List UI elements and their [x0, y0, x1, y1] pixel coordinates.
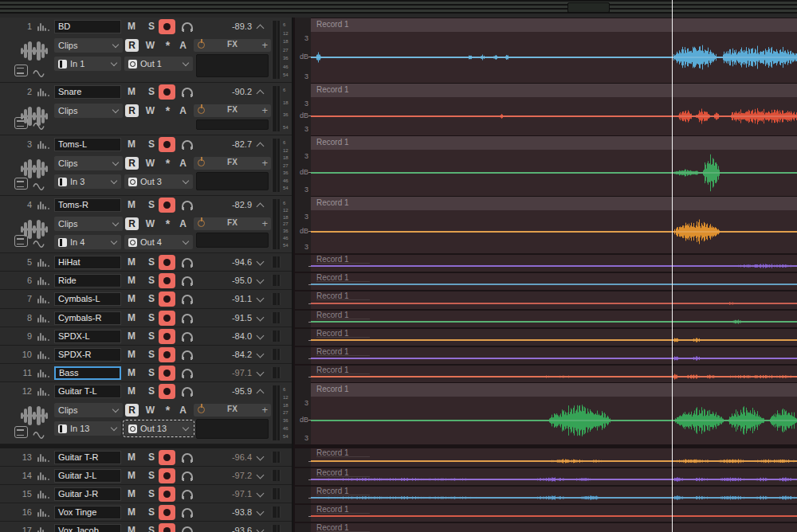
mute-button[interactable]: M — [124, 138, 139, 151]
input-echo-headphone-icon[interactable] — [182, 22, 193, 31]
automation-button[interactable]: A — [176, 157, 190, 170]
mute-button[interactable]: M — [124, 524, 139, 532]
record-arm-button[interactable] — [159, 198, 175, 213]
input-echo-headphone-icon[interactable] — [182, 201, 193, 209]
record-arm-button[interactable] — [159, 450, 175, 465]
track-menu-icon[interactable] — [14, 426, 28, 438]
audio-clip[interactable]: Record 1 — [311, 487, 797, 503]
snapshot-button[interactable]: * — [161, 404, 175, 417]
snapshot-button[interactable]: * — [161, 157, 175, 170]
expand-chevron[interactable] — [257, 453, 265, 461]
solo-button[interactable]: S — [144, 451, 159, 464]
track-menu-icon[interactable] — [14, 65, 28, 76]
solo-button[interactable]: S — [144, 506, 159, 519]
solo-button[interactable]: S — [144, 524, 159, 532]
solo-button[interactable]: S — [144, 469, 159, 483]
audio-clip[interactable]: Record 1 — [311, 18, 797, 83]
record-arm-button[interactable] — [159, 329, 175, 344]
track-name-input[interactable]: SPDX-R — [54, 348, 121, 362]
mute-button[interactable]: M — [124, 20, 139, 33]
track-name-input[interactable]: BD — [54, 20, 121, 33]
audio-clip[interactable]: Record 1 — [311, 366, 797, 382]
collapse-chevron[interactable] — [257, 203, 265, 211]
audio-clip[interactable]: Record 1 — [311, 83, 797, 135]
record-arm-button[interactable] — [159, 291, 175, 307]
input-echo-headphone-icon[interactable] — [182, 88, 193, 96]
input-echo-headphone-icon[interactable] — [182, 508, 193, 517]
track-name-input[interactable]: Ride — [54, 274, 121, 288]
record-arm-button[interactable] — [159, 468, 175, 483]
input-echo-headphone-icon[interactable] — [182, 314, 193, 323]
fx-bin[interactable] — [196, 419, 269, 439]
expand-chevron[interactable] — [257, 471, 265, 479]
automation-button[interactable]: A — [176, 104, 190, 117]
audio-clip[interactable]: Record 1 — [311, 311, 797, 327]
record-arm-button[interactable] — [159, 487, 175, 502]
input-echo-headphone-icon[interactable] — [182, 350, 193, 359]
read-automation-button[interactable]: R — [125, 104, 139, 117]
mute-button[interactable]: M — [124, 366, 139, 380]
automation-button[interactable]: A — [176, 39, 190, 52]
add-fx-button[interactable]: + — [261, 157, 268, 170]
automation-mode-dropdown[interactable]: Clips — [54, 156, 123, 170]
add-fx-button[interactable]: + — [261, 39, 268, 52]
audio-clip[interactable]: Record 1 — [311, 135, 797, 196]
expand-chevron[interactable] — [257, 508, 265, 516]
automation-sine-icon[interactable] — [33, 428, 45, 437]
collapse-chevron[interactable] — [257, 389, 265, 397]
input-echo-headphone-icon[interactable] — [182, 332, 193, 341]
track-menu-icon[interactable] — [14, 117, 28, 129]
record-arm-button[interactable] — [159, 347, 175, 362]
solo-button[interactable]: S — [144, 366, 159, 380]
automation-mode-dropdown[interactable]: Clips — [54, 104, 123, 118]
automation-button[interactable]: A — [176, 404, 190, 417]
input-dropdown[interactable]: In 4 — [54, 235, 121, 249]
input-echo-headphone-icon[interactable] — [182, 258, 193, 267]
output-dropdown[interactable]: Out 4 — [124, 235, 193, 249]
solo-button[interactable]: S — [144, 348, 159, 362]
input-echo-headphone-icon[interactable] — [182, 140, 193, 149]
expand-chevron[interactable] — [257, 350, 265, 358]
track-menu-icon[interactable] — [14, 178, 28, 190]
mute-button[interactable]: M — [124, 292, 139, 306]
mute-button[interactable]: M — [124, 330, 139, 343]
output-dropdown[interactable]: Out 1 — [124, 57, 193, 71]
input-dropdown[interactable]: In 3 — [54, 174, 121, 189]
expand-chevron[interactable] — [257, 314, 265, 322]
mute-button[interactable]: M — [124, 506, 139, 519]
mute-button[interactable]: M — [124, 198, 139, 212]
solo-button[interactable]: S — [144, 385, 159, 398]
collapse-chevron[interactable] — [257, 25, 265, 33]
solo-button[interactable]: S — [144, 292, 159, 306]
write-automation-button[interactable]: W — [143, 157, 157, 170]
fx-bin[interactable] — [196, 54, 269, 77]
track-name-input[interactable]: Cymbals-L — [54, 292, 121, 306]
add-fx-button[interactable]: + — [261, 104, 268, 117]
expand-chevron[interactable] — [257, 490, 265, 498]
fx-bin[interactable] — [196, 172, 269, 190]
input-dropdown[interactable]: In 13 — [54, 421, 121, 436]
track-name-input[interactable]: Guitar J-R — [54, 487, 121, 501]
audio-clip[interactable]: Record 1 — [311, 255, 797, 272]
input-echo-headphone-icon[interactable] — [182, 453, 193, 462]
mute-button[interactable]: M — [124, 85, 139, 99]
track-name-input[interactable]: SPDX-L — [54, 330, 121, 343]
record-arm-button[interactable] — [159, 255, 175, 270]
automation-sine-icon[interactable] — [33, 180, 45, 189]
expand-chevron[interactable] — [257, 295, 265, 303]
record-arm-button[interactable] — [159, 137, 175, 152]
audio-clip[interactable]: Record 1 — [311, 329, 797, 346]
automation-sine-icon[interactable] — [33, 237, 45, 246]
collapse-chevron[interactable] — [257, 90, 265, 98]
audio-clip[interactable]: Record 1 — [311, 196, 797, 253]
mute-button[interactable]: M — [124, 469, 139, 483]
expand-chevron[interactable] — [257, 369, 265, 377]
input-echo-headphone-icon[interactable] — [182, 526, 193, 532]
automation-button[interactable]: A — [176, 217, 190, 230]
expand-chevron[interactable] — [257, 258, 265, 266]
audio-clip[interactable]: Record 1 — [311, 448, 797, 467]
audio-clip[interactable]: Record 1 — [311, 523, 797, 532]
solo-button[interactable]: S — [144, 85, 159, 99]
automation-sine-icon[interactable] — [33, 67, 45, 76]
track-name-input[interactable]: Vox Jacob — [54, 524, 121, 532]
